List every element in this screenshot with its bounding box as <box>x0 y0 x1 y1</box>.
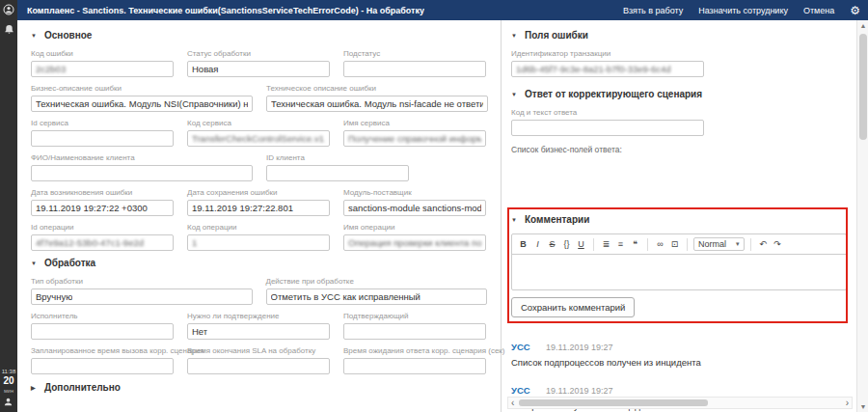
bullet-list-icon[interactable]: ≡ <box>614 238 627 250</box>
blockquote-icon[interactable]: ❝ <box>629 238 641 250</box>
response-code-input[interactable] <box>511 120 704 136</box>
transaction-id-input[interactable]: 1d6b-45f7-9c3e-8a21-b7f0-33e9-6c4d <box>511 61 704 77</box>
comment-date: 19.11.2019 19:27 <box>546 386 612 396</box>
substatus-input[interactable] <box>343 61 486 77</box>
error-date-input[interactable]: 19.11.2019 19:27:22 +0300 <box>31 200 174 216</box>
client-id-input[interactable] <box>266 165 409 181</box>
image-icon[interactable]: ⊡ <box>668 238 681 250</box>
section-error-fields-title: Поля ошибки <box>525 30 588 41</box>
section-additional-title: Дополнительно <box>44 382 121 393</box>
field-error-date: Дата возникновения ошибки 19.11.2019 19:… <box>31 188 174 216</box>
collapse-arrow-icon: ▼ <box>511 92 519 97</box>
scroll-left-icon[interactable]: ‹ <box>508 398 517 408</box>
service-id-input[interactable] <box>31 130 174 147</box>
field-planned-time: Запланированное время вызова корр. сцена… <box>31 346 174 374</box>
profile-icon[interactable] <box>3 4 14 15</box>
vertical-scrollbar[interactable]: ▲ ▼ <box>856 20 868 412</box>
user-icon[interactable] <box>3 396 14 407</box>
field-service-code: Код сервиса TransferCheckControlService.… <box>187 119 330 147</box>
comment-text-area[interactable] <box>512 255 846 289</box>
operation-name-input[interactable]: Операция проверки клиента по санкционным… <box>343 234 486 251</box>
wait-time-input[interactable] <box>343 358 486 374</box>
editor-toolbar: B I S {} U ≣ ≡ ❝ ∞ ⊡ Normal ▾ <box>512 234 846 255</box>
redo-icon[interactable]: ↷ <box>772 238 784 250</box>
section-additional-header[interactable]: ▶ Дополнительно <box>31 382 487 393</box>
comment-date: 19.11.2019 19:27 <box>546 343 612 352</box>
operation-code-input[interactable]: 1 <box>187 234 330 251</box>
module-input[interactable]: sanctions-module sanctions-module <box>343 200 486 216</box>
link-icon[interactable]: ∞ <box>654 238 666 250</box>
scroll-down-icon[interactable]: ▼ <box>857 403 868 410</box>
chevron-down-icon: ▾ <box>736 240 740 248</box>
section-main-title: Основное <box>44 30 92 41</box>
field-sla-time: Время окончания SLA на обработку <box>187 346 330 374</box>
field-error-code: Код ошибки 2c2b03 <box>31 49 174 77</box>
toolbar-divider <box>750 238 751 251</box>
field-save-date: Дата сохранения ошибки 19.11.2019 19:27:… <box>187 188 330 216</box>
field-module: Модуль-поставщик sanctions-module sancti… <box>343 188 486 216</box>
field-business-desc: Бизнес-описание ошибки Техническая ошибк… <box>31 84 253 112</box>
settings-gear-icon[interactable]: ⚙ <box>850 5 860 16</box>
cancel-button[interactable]: Отмена <box>803 6 834 15</box>
italic-icon[interactable]: I <box>531 238 544 250</box>
service-name-input[interactable]: Получение справочной информации <box>343 130 486 147</box>
field-service-id: Id сервиса <box>31 119 174 147</box>
section-response-title: Ответ от корректирующего сценария <box>525 89 702 99</box>
underline-icon[interactable]: U <box>575 238 587 250</box>
section-response-header[interactable]: ▼ Ответ от корректирующего сценария <box>511 89 847 99</box>
task-counter[interactable]: 20 <box>3 376 14 386</box>
undo-icon[interactable]: ↶ <box>757 238 770 250</box>
error-code-input[interactable]: 2c2b03 <box>31 61 174 77</box>
field-processing-type: Тип обработки Вручную <box>31 277 253 305</box>
planned-time-input[interactable] <box>31 358 174 374</box>
scroll-up-icon[interactable]: ▲ <box>857 22 868 29</box>
section-comments-header[interactable]: ▼ Комментарии <box>511 214 847 225</box>
notifications-bell-icon[interactable] <box>3 23 14 35</box>
vertical-scroll-thumb[interactable] <box>859 34 867 140</box>
business-fields-list-label: Список бизнес-полей ответа: <box>511 145 847 154</box>
ordered-list-icon[interactable]: ≣ <box>600 238 612 250</box>
operation-id-input[interactable]: 4f7e9a12-53b0-47c1-9e2d <box>31 234 174 251</box>
save-comment-button[interactable]: Сохранить комментарий <box>511 297 635 317</box>
collapse-arrow-icon: ▼ <box>511 33 519 39</box>
take-to-work-button[interactable]: Взять в работу <box>623 6 683 15</box>
format-dropdown[interactable]: Normal ▾ <box>693 237 745 251</box>
comment-item: УСС 19.11.2019 19:27 Список подпроцессов… <box>511 337 847 368</box>
toolbar-divider <box>647 238 648 251</box>
code-icon[interactable]: {} <box>560 238 573 250</box>
bold-icon[interactable]: B <box>517 238 529 250</box>
field-executor: Исполнитель <box>31 312 174 340</box>
field-operation-name: Имя операции Операция проверки клиента п… <box>343 223 486 251</box>
strikethrough-icon[interactable]: S <box>546 238 558 250</box>
field-tech-desc: Техническое описание ошибки Техническая … <box>266 84 488 112</box>
save-date-input[interactable]: 19.11.2019 19:27:22.801 <box>187 200 330 216</box>
section-main-header[interactable]: ▼ Основное <box>31 30 487 41</box>
comment-editor: B I S {} U ≣ ≡ ❝ ∞ ⊡ Normal ▾ <box>511 233 847 290</box>
processing-type-input[interactable]: Вручную <box>31 288 253 305</box>
field-status: Статус обработки Новая <box>187 49 330 77</box>
service-code-input[interactable]: TransferCheckControlService.v1.task <box>187 130 330 147</box>
client-name-input[interactable] <box>31 165 253 181</box>
status-input[interactable]: Новая <box>187 61 330 77</box>
assign-employee-button[interactable]: Назначить сотруднику <box>698 6 788 15</box>
section-error-fields-header[interactable]: ▼ Поля ошибки <box>511 30 847 41</box>
tech-desc-input[interactable]: Техническая ошибка. Модуль nsi-facade не… <box>266 96 488 112</box>
field-client-id: ID клиента <box>266 153 409 181</box>
page-title: Комплаенс - Sanctions. Технические ошибк… <box>17 6 424 15</box>
executor-input[interactable] <box>31 323 174 340</box>
confirmer-input[interactable] <box>343 323 486 340</box>
task-counter-unit: мин <box>4 388 14 394</box>
scroll-right-icon[interactable]: › <box>843 398 852 408</box>
processing-action-input[interactable]: Отметить в УСС как исправленный <box>266 288 488 305</box>
horizontal-scrollbar[interactable]: ‹ › <box>507 397 853 409</box>
left-rail: 11:38 20 мин <box>0 0 17 412</box>
sla-time-input[interactable] <box>187 358 330 374</box>
horizontal-scroll-thumb[interactable] <box>519 399 708 406</box>
business-desc-input[interactable]: Техническая ошибка. Модуль NSI(Справочни… <box>31 96 253 112</box>
collapse-arrow-icon: ▼ <box>31 33 39 39</box>
field-substatus: Подстатус <box>343 49 486 77</box>
section-processing-header[interactable]: ▼ Обработка <box>31 258 487 268</box>
need-confirm-input[interactable]: Нет <box>187 323 330 340</box>
comments-section: ▼ Комментарии B I S {} U ≣ ≡ ❝ ∞ ⊡ <box>511 214 847 317</box>
collapse-arrow-icon: ▶ <box>31 384 39 391</box>
